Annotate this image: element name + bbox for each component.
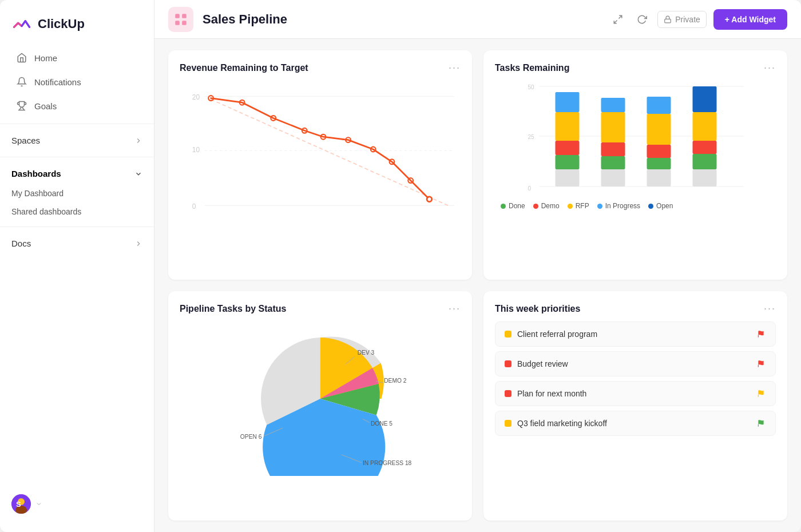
priority-flag-4 xyxy=(756,418,766,428)
revenue-more-button[interactable]: ··· xyxy=(449,62,461,74)
priority-dot-4 xyxy=(505,420,511,427)
svg-text:OPEN 6: OPEN 6 xyxy=(240,434,262,440)
dashboards-label: Dashboards xyxy=(11,169,61,178)
svg-line-9 xyxy=(614,20,617,23)
tasks-card-title: Tasks Remaining xyxy=(495,63,569,73)
priority-flag-2 xyxy=(756,359,766,369)
trophy-icon xyxy=(16,100,27,112)
sidebar-section-docs[interactable]: Docs xyxy=(0,233,154,254)
dashboard-icon xyxy=(168,7,193,32)
sidebar-section-dashboards[interactable]: Dashboards xyxy=(0,163,154,184)
flag-icon-3 xyxy=(757,390,765,398)
svg-rect-38 xyxy=(556,92,580,112)
svg-rect-5 xyxy=(182,14,187,18)
lock-icon xyxy=(664,15,672,23)
svg-rect-36 xyxy=(556,141,580,155)
sidebar-item-home[interactable]: Home xyxy=(5,46,149,69)
priority-flag-3 xyxy=(756,388,766,399)
priority-item-4: Q3 field marketing kickoff xyxy=(495,411,776,436)
priority-left-3: Plan for next month xyxy=(505,389,586,398)
priority-dot-3 xyxy=(505,390,511,397)
pipeline-card-header: Pipeline Tasks by Status ··· xyxy=(180,303,461,315)
svg-rect-51 xyxy=(693,141,717,154)
priorities-card: This week priorities ··· Client referral… xyxy=(483,291,787,521)
priority-dot-2 xyxy=(505,360,511,367)
legend-rfp-label: RFP xyxy=(576,202,589,210)
svg-text:IN PROGRESS 18: IN PROGRESS 18 xyxy=(363,460,412,466)
expand-button[interactable] xyxy=(609,11,626,28)
revenue-chart: 20 10 0 xyxy=(180,81,461,218)
priority-item-3: Plan for next month xyxy=(495,381,776,406)
nav-divider-1 xyxy=(0,124,154,124)
svg-rect-47 xyxy=(647,114,671,145)
tasks-card: Tasks Remaining ··· 50 25 0 xyxy=(483,50,787,280)
priorities-more-button[interactable]: ··· xyxy=(764,303,776,315)
svg-rect-42 xyxy=(601,112,625,142)
legend-demo: Demo xyxy=(533,202,560,210)
pipeline-more-button[interactable]: ··· xyxy=(449,303,461,315)
priority-dot-1 xyxy=(505,331,511,338)
sidebar-item-goals-label: Goals xyxy=(34,101,57,111)
sidebar-item-notifications[interactable]: Notifications xyxy=(5,70,149,93)
priority-text-1: Client referral program xyxy=(517,329,597,339)
flag-icon-4 xyxy=(757,419,765,427)
svg-rect-46 xyxy=(647,145,671,158)
svg-text:0: 0 xyxy=(192,203,196,211)
svg-rect-10 xyxy=(665,19,671,22)
docs-label: Docs xyxy=(11,239,31,248)
sidebar-item-goals[interactable]: Goals xyxy=(5,94,149,117)
pipeline-card-title: Pipeline Tasks by Status xyxy=(180,304,286,314)
chevron-right-docs-icon xyxy=(134,240,142,248)
svg-point-27 xyxy=(427,197,432,202)
svg-rect-34 xyxy=(556,169,580,186)
chevron-down-icon xyxy=(134,170,142,178)
sidebar-section-spaces[interactable]: Spaces xyxy=(0,130,154,151)
grid-icon xyxy=(173,12,188,27)
tasks-more-button[interactable]: ··· xyxy=(764,62,776,74)
priority-left-1: Client referral program xyxy=(505,329,597,339)
line-chart-svg: 20 10 0 xyxy=(180,81,461,218)
svg-rect-52 xyxy=(693,112,717,141)
add-widget-button[interactable]: + Add Widget xyxy=(713,9,787,30)
bell-icon xyxy=(16,76,27,88)
svg-text:10: 10 xyxy=(192,146,200,154)
svg-rect-45 xyxy=(647,158,671,169)
svg-rect-44 xyxy=(647,169,671,186)
svg-text:DEMO 2: DEMO 2 xyxy=(384,378,407,384)
priority-text-2: Budget review xyxy=(517,359,568,368)
svg-rect-53 xyxy=(693,86,717,112)
page-title: Sales Pipeline xyxy=(203,12,600,27)
flag-icon-1 xyxy=(757,330,765,338)
svg-rect-37 xyxy=(556,112,580,141)
revenue-card-header: Revenue Remaining to Target ··· xyxy=(180,62,461,74)
sidebar-item-home-label: Home xyxy=(34,53,57,63)
svg-line-17 xyxy=(211,100,449,205)
svg-rect-39 xyxy=(601,169,625,186)
main-area: Sales Pipeline Private + Add Widget Reve… xyxy=(154,0,801,532)
private-badge: Private xyxy=(657,11,707,28)
topbar-actions: Private + Add Widget xyxy=(609,9,787,30)
bar-chart-svg: 50 25 0 xyxy=(504,81,767,195)
priority-text-4: Q3 field marketing kickoff xyxy=(517,419,607,428)
pie-chart-svg: DEV 3 DEMO 2 DONE 5 IN PROGRESS 18 OPEN … xyxy=(180,321,461,476)
svg-text:25: 25 xyxy=(528,134,535,140)
svg-rect-43 xyxy=(601,98,625,112)
private-label: Private xyxy=(675,15,700,24)
bar-legend: Done Demo RFP In Progress Open xyxy=(495,202,776,210)
legend-open-label: Open xyxy=(656,202,673,210)
sidebar-item-my-dashboard[interactable]: My Dashboard xyxy=(0,184,154,203)
sidebar-item-shared-dashboards[interactable]: Shared dashboards xyxy=(0,203,154,221)
user-profile[interactable]: S xyxy=(0,485,154,523)
logo-text: ClickUp xyxy=(38,17,85,31)
svg-rect-41 xyxy=(601,142,625,156)
svg-text:20: 20 xyxy=(192,93,200,101)
refresh-button[interactable] xyxy=(633,11,651,28)
priority-left-2: Budget review xyxy=(505,359,568,368)
sidebar-item-notifications-label: Notifications xyxy=(34,77,81,87)
legend-in-progress-label: In Progress xyxy=(605,202,640,210)
priority-flag-1 xyxy=(756,329,766,339)
svg-rect-49 xyxy=(693,169,717,186)
svg-rect-40 xyxy=(601,156,625,169)
legend-rfp: RFP xyxy=(568,202,589,210)
legend-in-progress: In Progress xyxy=(597,202,640,210)
